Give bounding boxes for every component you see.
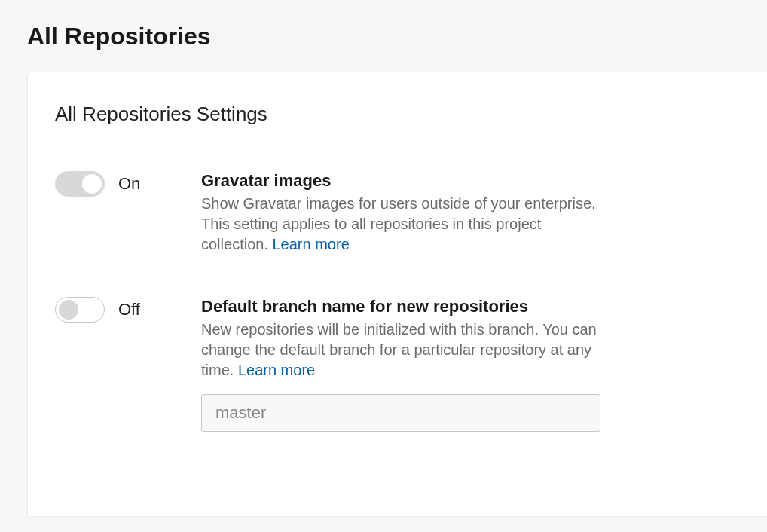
toggle-wrap-gravatar: On — [55, 171, 183, 197]
default-branch-input[interactable] — [201, 394, 600, 432]
toggle-label-gravatar: On — [118, 174, 140, 194]
toggle-wrap-default-branch: Off — [55, 297, 183, 323]
toggle-knob-icon — [59, 300, 78, 320]
setting-content-default-branch: Default branch name for new repositories… — [201, 297, 608, 432]
setting-title-gravatar: Gravatar images — [201, 171, 608, 191]
toggle-label-default-branch: Off — [118, 300, 140, 320]
page-title: All Repositories — [27, 23, 767, 50]
setting-gravatar: On Gravatar images Show Gravatar images … — [55, 171, 740, 255]
learn-more-link-gravatar[interactable]: Learn more — [273, 236, 350, 252]
toggle-gravatar[interactable] — [55, 171, 105, 197]
setting-content-gravatar: Gravatar images Show Gravatar images for… — [201, 171, 608, 255]
card-title: All Repositories Settings — [55, 102, 740, 126]
toggle-knob-icon — [82, 174, 102, 194]
setting-default-branch: Off Default branch name for new reposito… — [55, 297, 740, 432]
setting-desc-gravatar: Show Gravatar images for users outside o… — [201, 194, 608, 255]
setting-desc-text-gravatar: Show Gravatar images for users outside o… — [201, 195, 596, 252]
settings-card: All Repositories Settings On Gravatar im… — [27, 72, 767, 516]
toggle-default-branch[interactable] — [55, 297, 105, 323]
learn-more-link-default-branch[interactable]: Learn more — [238, 362, 315, 378]
setting-desc-default-branch: New repositories will be initialized wit… — [201, 320, 608, 381]
setting-title-default-branch: Default branch name for new repositories — [201, 297, 608, 316]
